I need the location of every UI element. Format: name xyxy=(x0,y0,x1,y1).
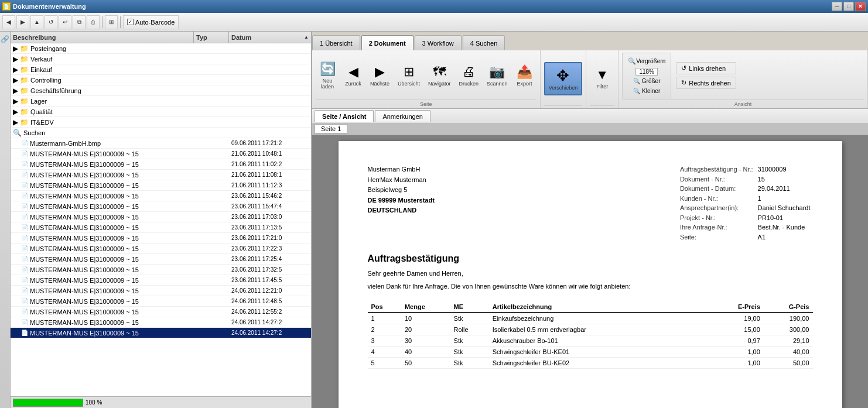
file-item-1[interactable]: 📄 Mustermann-GmbH.bmp 09.06.2011 17:21:2 xyxy=(11,138,311,149)
col-header-desc: Beschreibung xyxy=(11,32,194,43)
title-bar: 📄 Dokumentenverwaltung ─ □ ✕ xyxy=(0,0,868,13)
sort-arrow: ▲ xyxy=(304,35,309,40)
tree-item-verkauf[interactable]: ▶ 📁 Verkauf xyxy=(11,54,311,64)
tree-item-lager[interactable]: ▶ 📁 Lager xyxy=(11,96,311,107)
table-row: 1 10 Stk Einkaufsbezeichnung 19,00 190,0… xyxy=(368,313,813,324)
undo-button[interactable]: ↩ xyxy=(59,15,71,29)
ribbon-btn-vergrossern[interactable]: 🔍 Vergrößern xyxy=(625,56,668,67)
file-item-8[interactable]: 📄 MUSTERMAN-MUS E|31000009 ~ 15 23.06.20… xyxy=(11,212,311,222)
file-item-17[interactable]: 📄 MUSTERMAN-MUS E|31000009 ~ 15 24.06.20… xyxy=(11,307,311,317)
ribbon-group-verschieben-label xyxy=(544,105,583,107)
tab-suchen[interactable]: 4 Suchen xyxy=(463,35,505,50)
tree-item-suchen[interactable]: 🔍 Suchen xyxy=(11,128,311,138)
folder-verkauf: 📁 xyxy=(20,55,29,63)
ribbon-btn-verschieben[interactable]: ✥ Verschieben xyxy=(544,62,583,95)
col-gpreis: G-Peis xyxy=(764,301,813,313)
file-item-5[interactable]: 📄 MUSTERMAN-MUS E|31000009 ~ 15 21.06.20… xyxy=(11,180,311,191)
up-button[interactable]: ▲ xyxy=(30,15,43,29)
folder-posteingang: 📁 xyxy=(20,44,29,53)
tree-content[interactable]: ▶ 📁 Posteingang ▶ 📁 Verkauf xyxy=(11,43,311,396)
progress-label: 100 % xyxy=(86,399,102,406)
tree-header: Beschreibung Typ Datum ▲ xyxy=(11,32,311,43)
doc-info: Auftragsbestätigung - Nr.: 31000009 Doku… xyxy=(678,164,813,242)
file-item-14[interactable]: 📄 MUSTERMAN-MUS E|31000009 ~ 15 23.06.20… xyxy=(11,275,311,286)
right-panel: 1 Übersicht 2 Dokument 3 Workflow 4 Such… xyxy=(312,32,868,408)
ribbon-btn-filter[interactable]: ▼ Filter xyxy=(590,66,614,91)
tree-item-qualitaet[interactable]: ▶ 📁 Qualität xyxy=(11,107,311,117)
ribbon-btn-links-drehen[interactable]: ↺ Links drehen xyxy=(676,62,736,74)
ribbon-btn-zuruck[interactable]: ◀ Zurück xyxy=(341,63,365,88)
ribbon-btn-export[interactable]: 📤 Export xyxy=(513,63,536,88)
file-item-11[interactable]: 📄 MUSTERMAN-MUS E|31000009 ~ 15 23.06.20… xyxy=(11,244,311,254)
ribbon-btn-grosser[interactable]: 🔍 Größer xyxy=(630,77,664,85)
progress-bar-container xyxy=(13,399,83,407)
zoom-display: 118% xyxy=(635,68,658,76)
ribbon-btn-drucken[interactable]: 🖨 Drucken xyxy=(456,63,482,88)
doc-address: Musterman GmbH HerrMax Musterman Beispie… xyxy=(368,164,435,242)
title-bar-text: Dokumentenverwaltung xyxy=(13,3,86,10)
file-item-6[interactable]: 📄 MUSTERMAN-MUS E|31000009 ~ 15 23.06.20… xyxy=(11,191,311,201)
ribbon-btn-neu-laden[interactable]: 🔄 Neuladen xyxy=(316,60,339,91)
col-menge: Menge xyxy=(401,301,450,313)
print-small-button[interactable]: ⎙ xyxy=(87,15,100,29)
file-item-9[interactable]: 📄 MUSTERMAN-MUS E|31000009 ~ 15 23.06.20… xyxy=(11,222,311,233)
tab-sub-seite-ansicht[interactable]: Seite / Ansicht xyxy=(315,110,374,122)
main-toolbar: ◀ ▶ ▲ ↺ ↩ ⧉ ⎙ ⊞ ✓ Auto-Barcode xyxy=(0,13,868,32)
file-item-10[interactable]: 📄 MUSTERMAN-MUS E|31000009 ~ 15 23.06.20… xyxy=(11,233,311,244)
ribbon-btn-nachste[interactable]: ▶ Nächste xyxy=(367,63,392,88)
verschieben-icon: ✥ xyxy=(556,67,569,85)
tab-bar-top: 1 Übersicht 2 Dokument 3 Workflow 4 Such… xyxy=(312,32,868,50)
auto-barcode-button[interactable]: ✓ Auto-Barcode xyxy=(123,15,179,29)
auto-barcode-label: Auto-Barcode xyxy=(135,19,175,26)
table-row: 5 50 Stk Schwingschleifer BU-KE02 1,00 5… xyxy=(368,358,813,369)
table-row: 2 20 Rolle Isolierkabel 0.5 mm erdverlag… xyxy=(368,324,813,335)
sep-1 xyxy=(102,16,102,28)
tree-item-einkauf[interactable]: ▶ 📁 Einkauf xyxy=(11,64,311,75)
back-button[interactable]: ◀ xyxy=(2,15,15,29)
side-nav: 🔗 xyxy=(0,32,11,408)
left-panel: Beschreibung Typ Datum ▲ ▶ 📁 Po xyxy=(11,32,312,408)
ribbon-btn-navigator[interactable]: 🗺 Navigator xyxy=(425,63,454,88)
auto-barcode-checkbox[interactable]: ✓ xyxy=(127,19,134,25)
file-item-3[interactable]: 📄 MUSTERMAN-MUS E|31000009 ~ 15 21.06.20… xyxy=(11,159,311,170)
ribbon-btn-scannen[interactable]: 📷 Scannen xyxy=(484,63,511,88)
tree-item-posteingang[interactable]: ▶ 📁 Posteingang xyxy=(11,43,311,54)
col-artikel: Artikelbezeichnung xyxy=(489,301,712,313)
tree-item-controlling[interactable]: ▶ 📁 Controlling xyxy=(11,75,311,85)
ribbon-btn-rechts-drehen[interactable]: ↻ Rechts drehen xyxy=(676,77,736,89)
file-item-13[interactable]: 📄 MUSTERMAN-MUS E|31000009 ~ 15 23.06.20… xyxy=(11,265,311,275)
forward-button[interactable]: ▶ xyxy=(16,15,29,29)
close-button[interactable]: ✕ xyxy=(855,2,866,11)
tab-sub-anmerkungen[interactable]: Anmerkungen xyxy=(375,110,430,122)
doc-page: Musterman GmbH HerrMax Musterman Beispie… xyxy=(339,141,842,408)
minimize-button[interactable]: ─ xyxy=(832,2,842,11)
restore-button[interactable]: □ xyxy=(843,2,854,11)
tab-workflow[interactable]: 3 Workflow xyxy=(415,35,462,50)
file-item-16[interactable]: 📄 MUSTERMAN-MUS E|31000009 ~ 15 24.06.20… xyxy=(11,296,311,307)
file-item-12[interactable]: 📄 MUSTERMAN-MUS E|31000009 ~ 15 23.06.20… xyxy=(11,254,311,265)
tree-item-itedv[interactable]: ▶ 📁 IT&EDV xyxy=(11,117,311,128)
tab-sub-bar: Seite / Ansicht Anmerkungen xyxy=(312,109,868,123)
tab-dokument[interactable]: 2 Dokument xyxy=(361,35,414,50)
tab-uebersicht[interactable]: 1 Übersicht xyxy=(312,35,360,50)
side-nav-icon-1[interactable]: 🔗 xyxy=(0,34,11,44)
file-item-18[interactable]: 📄 MUSTERMAN-MUS E|31000009 ~ 15 24.06.20… xyxy=(11,317,311,328)
progress-bar-fill xyxy=(13,399,83,406)
page-tab[interactable]: Seite 1 xyxy=(315,124,347,133)
file-item-15[interactable]: 📄 MUSTERMAN-MUS E|31000009 ~ 15 24.06.20… xyxy=(11,286,311,296)
expand-verkauf: ▶ xyxy=(13,55,18,63)
file-item-7[interactable]: 📄 MUSTERMAN-MUS E|31000009 ~ 15 23.06.20… xyxy=(11,201,311,212)
file-item-2[interactable]: 📄 MUSTERMAN-MUS E|31000009 ~ 15 21.06.20… xyxy=(11,149,311,159)
left-panel-bottom: 100 % xyxy=(11,396,311,408)
file-item-4[interactable]: 📄 MUSTERMAN-MUS E|31000009 ~ 15 21.06.20… xyxy=(11,170,311,180)
ribbon: 🔄 Neuladen ◀ Zurück ▶ Nächste ⊞ Übersich… xyxy=(312,50,868,109)
tree-item-geschaeftsfuehrung[interactable]: ▶ 📁 Geschäftsführung xyxy=(11,85,311,96)
file-item-selected[interactable]: 📄 MUSTERMAN-MUS E|31000009 ~ 15 24.06.20… xyxy=(11,328,311,338)
refresh-button[interactable]: ↺ xyxy=(45,15,57,29)
ribbon-btn-ubersicht[interactable]: ⊞ Übersicht xyxy=(395,63,423,88)
copy-button[interactable]: ⧉ xyxy=(73,15,86,29)
folder-icon-posteingang: ▶ xyxy=(13,44,18,53)
doc-view[interactable]: Musterman GmbH HerrMax Musterman Beispie… xyxy=(312,135,868,408)
grid-button[interactable]: ⊞ xyxy=(105,15,118,29)
ribbon-btn-kleiner[interactable]: 🔍 Kleiner xyxy=(630,87,663,95)
